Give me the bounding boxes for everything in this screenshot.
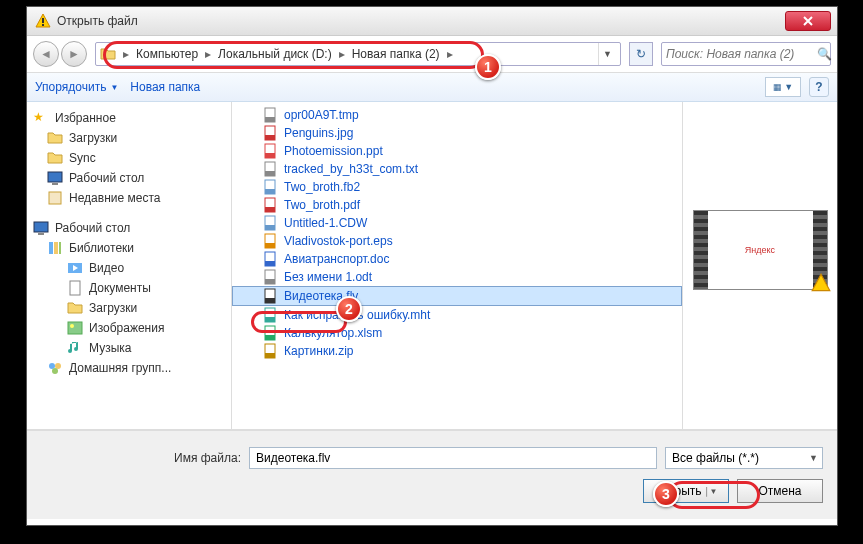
address-bar[interactable]: ▸ Компьютер ▸ Локальный диск (D:) ▸ Нова…: [95, 42, 621, 66]
file-icon: [262, 288, 278, 304]
sidebar-downloads[interactable]: Загрузки: [27, 128, 231, 148]
file-icon: [262, 161, 278, 177]
file-item[interactable]: Two_broth.fb2: [232, 178, 682, 196]
cancel-button[interactable]: Отмена: [737, 479, 823, 503]
svg-rect-9: [54, 242, 58, 254]
svg-rect-44: [265, 335, 275, 340]
sidebar-images[interactable]: Изображения: [27, 318, 231, 338]
svg-rect-1: [42, 18, 44, 23]
file-item[interactable]: Видеотека.flv: [232, 286, 682, 306]
document-icon: [67, 280, 83, 296]
file-name: Vladivostok-port.eps: [284, 234, 393, 248]
search-box[interactable]: 🔍: [661, 42, 831, 66]
file-item[interactable]: Без имени 1.odt: [232, 268, 682, 286]
refresh-button[interactable]: ↻: [629, 42, 653, 66]
file-icon: [262, 125, 278, 141]
file-item[interactable]: Untitled-1.CDW: [232, 214, 682, 232]
svg-rect-8: [49, 242, 53, 254]
toolbar: Упорядочить ▼ Новая папка ▦ ▼ ?: [27, 72, 837, 102]
filename-input[interactable]: [249, 447, 657, 469]
svg-rect-3: [48, 172, 62, 182]
svg-rect-6: [34, 222, 48, 232]
preview-pane: Яндекс: [682, 102, 837, 429]
recent-icon: [47, 190, 63, 206]
new-folder-button[interactable]: Новая папка: [130, 80, 200, 94]
sidebar-sync[interactable]: Sync: [27, 148, 231, 168]
svg-rect-4: [52, 183, 58, 185]
svg-point-16: [49, 363, 55, 369]
video-icon: [67, 260, 83, 276]
sidebar-favorites[interactable]: ★Избранное: [27, 108, 231, 128]
sidebar-libraries[interactable]: Библиотеки: [27, 238, 231, 258]
file-name: Видеотека.flv: [284, 289, 358, 303]
sidebar-lib-downloads[interactable]: Загрузки: [27, 298, 231, 318]
file-name: tracked_by_h33t_com.txt: [284, 162, 418, 176]
sidebar-documents[interactable]: Документы: [27, 278, 231, 298]
svg-rect-26: [265, 171, 275, 176]
star-icon: ★: [33, 110, 49, 126]
libraries-icon: [47, 240, 63, 256]
file-item[interactable]: Vladivostok-port.eps: [232, 232, 682, 250]
titlebar: Открыть файл: [27, 7, 837, 36]
file-list[interactable]: opr00A9T.tmpPenguins.jpgPhotoemission.pp…: [232, 102, 682, 429]
music-icon: [67, 340, 83, 356]
file-icon: [262, 107, 278, 123]
sidebar-desktop[interactable]: Рабочий стол: [27, 218, 231, 238]
file-item[interactable]: Калькулятор.xlsm: [232, 324, 682, 342]
arrow-left-icon: ◄: [40, 47, 52, 61]
chevron-down-icon: │▼: [705, 487, 718, 496]
sidebar-homegroup[interactable]: Домашняя групп...: [27, 358, 231, 378]
organize-menu[interactable]: Упорядочить ▼: [35, 80, 118, 94]
svg-rect-34: [265, 243, 275, 248]
file-icon: [262, 307, 278, 323]
chevron-down-icon: ▼: [110, 83, 118, 92]
navigation-row: ◄ ► ▸ Компьютер ▸ Локальный диск (D:) ▸ …: [27, 36, 837, 72]
desktop-icon: [33, 220, 49, 236]
sidebar-music[interactable]: Музыка: [27, 338, 231, 358]
breadcrumb-drive[interactable]: Локальный диск (D:): [214, 47, 336, 61]
file-item[interactable]: Two_broth.pdf: [232, 196, 682, 214]
sidebar: ★Избранное Загрузки Sync Рабочий стол Не…: [27, 102, 232, 429]
chevron-right-icon: ▸: [120, 44, 132, 64]
file-item[interactable]: opr00A9T.tmp: [232, 106, 682, 124]
sidebar-videos[interactable]: Видео: [27, 258, 231, 278]
app-overlay-icon: [811, 273, 831, 293]
forward-button[interactable]: ►: [61, 41, 87, 67]
svg-rect-20: [265, 117, 275, 122]
desktop-icon: [47, 170, 63, 186]
breadcrumb-folder[interactable]: Новая папка (2): [348, 47, 444, 61]
file-item[interactable]: Penguins.jpg: [232, 124, 682, 142]
file-name: Untitled-1.CDW: [284, 216, 367, 230]
refresh-icon: ↻: [636, 47, 646, 61]
help-button[interactable]: ?: [809, 77, 829, 97]
file-item[interactable]: Как исправить ошибку.mht: [232, 306, 682, 324]
view-icon: ▦ ▼: [773, 82, 793, 92]
svg-rect-30: [265, 207, 275, 212]
file-type-filter[interactable]: Все файлы (*.*): [665, 447, 823, 469]
file-item[interactable]: tracked_by_h33t_com.txt: [232, 160, 682, 178]
dialog-body: ★Избранное Загрузки Sync Рабочий стол Не…: [27, 102, 837, 430]
sidebar-recent[interactable]: Недавние места: [27, 188, 231, 208]
file-name: Калькулятор.xlsm: [284, 326, 382, 340]
file-icon: [262, 343, 278, 359]
file-name: Как исправить ошибку.mht: [284, 308, 430, 322]
svg-rect-42: [265, 317, 275, 322]
view-mode-button[interactable]: ▦ ▼: [765, 77, 801, 97]
close-icon: [803, 16, 813, 26]
svg-rect-32: [265, 225, 275, 230]
close-button[interactable]: [785, 11, 831, 31]
chevron-right-icon: ▸: [336, 44, 348, 64]
search-input[interactable]: [666, 47, 817, 61]
nav-buttons: ◄ ►: [33, 41, 87, 67]
breadcrumb-computer[interactable]: Компьютер: [132, 47, 202, 61]
file-icon: [262, 269, 278, 285]
address-dropdown[interactable]: ▼: [598, 43, 616, 65]
file-icon: [262, 215, 278, 231]
sidebar-desktop-fav[interactable]: Рабочий стол: [27, 168, 231, 188]
file-name: Без имени 1.odt: [284, 270, 372, 284]
file-item[interactable]: Photoemission.ppt: [232, 142, 682, 160]
open-button[interactable]: Открыть│▼: [643, 479, 729, 503]
file-item[interactable]: Авиатранспорт.doc: [232, 250, 682, 268]
file-item[interactable]: Картинки.zip: [232, 342, 682, 360]
back-button[interactable]: ◄: [33, 41, 59, 67]
